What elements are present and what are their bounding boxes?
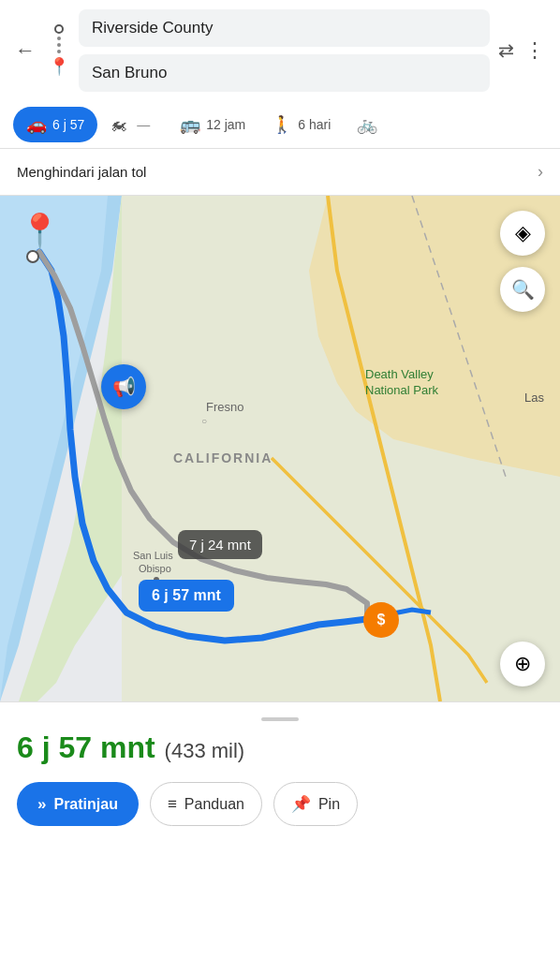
back-button[interactable]: ← [11,35,39,66]
panduan-label: Panduan [184,796,244,813]
origin-marker [26,250,39,263]
svg-text:CALIFORNIA: CALIFORNIA [173,450,273,465]
drag-handle[interactable] [261,717,299,721]
svg-text:Obispo: Obispo [139,563,171,574]
tab-walk[interactable]: 🚶 6 hari [258,107,344,142]
transit-duration: 12 jam [206,117,245,132]
duration-distance: (433 mil) [165,739,245,763]
more-options-button[interactable]: ⋮ [521,35,549,66]
tab-bike[interactable]: 🚲 [344,107,391,142]
pin-button[interactable]: 📌 Pin [273,782,358,826]
svg-text:Las: Las [524,391,544,405]
map-container: Fresno ○ CALIFORNIA Death Valley Nationa… [0,196,560,701]
pratinjau-button[interactable]: » Pratinjau [17,782,139,826]
panduan-icon: ≡ [168,795,177,814]
route-connector: 📍 [47,24,71,77]
dot2 [57,43,61,47]
motorcycle-icon: 🏍 [111,115,127,135]
destination-pin: 📍 [19,214,61,248]
navigate-speak-button[interactable]: 📢 [101,364,146,409]
dot1 [57,37,61,40]
dest-pin-icon: 📍 [49,56,69,77]
locate-icon: ⊕ [514,652,531,676]
transport-tabs: 🚗 6 j 57 🏍 — 🚌 12 jam 🚶 6 hari 🚲 [0,101,560,149]
transit-icon: 🚌 [180,114,200,135]
duration-main: 6 j 57 mnt [17,730,155,765]
swap-button[interactable]: ⇅ [494,43,517,59]
route-inputs: Riverside County San Bruno [79,9,490,92]
walk-duration: 6 hari [298,117,331,132]
svg-text:San Luis: San Luis [133,550,173,561]
route-primary-label: 6 j 57 mnt [139,580,234,612]
header: ← 📍 Riverside County San Bruno ⇅ ⋮ [0,0,560,101]
origin-input[interactable]: Riverside County [79,9,490,47]
dest-input[interactable]: San Bruno [79,54,490,92]
avoid-tolls-row[interactable]: Menghindari jalan tol › [0,149,560,196]
tab-car[interactable]: 🚗 6 j 57 [13,107,97,142]
bike-icon: 🚲 [357,114,377,135]
route-secondary-label: 7 j 24 mnt [178,530,262,559]
motorcycle-duration: — [133,117,154,132]
action-buttons: » Pratinjau ≡ Panduan 📌 Pin [17,782,543,826]
tab-transit[interactable]: 🚌 12 jam [167,107,258,142]
pin-icon: 📌 [291,794,311,814]
avoid-tolls-label: Menghindari jalan tol [17,164,146,180]
svg-text:○: ○ [201,416,207,426]
pin-label: Pin [318,796,340,813]
dot3 [57,50,61,53]
origin-row: Riverside County [79,9,490,47]
speaker-icon: 📢 [112,376,136,398]
svg-text:Fresno: Fresno [206,400,243,414]
duration-row: 6 j 57 mnt (433 mil) [17,730,543,765]
origin-dot [54,24,64,34]
chevron-right-icon: › [538,162,543,182]
tab-motorcycle[interactable]: 🏍 — [97,108,167,142]
map-svg: Fresno ○ CALIFORNIA Death Valley Nationa… [0,196,560,701]
layers-button[interactable]: ◈ [500,211,545,256]
walk-icon: 🚶 [272,114,292,135]
pratinjau-label: Pratinjau [53,796,117,813]
pratinjau-icon: » [37,795,46,814]
svg-text:Death Valley: Death Valley [365,367,434,381]
connector-dots [57,37,61,53]
car-icon: 🚗 [26,114,47,135]
locate-button[interactable]: ⊕ [500,642,545,686]
panduan-button[interactable]: ≡ Panduan [150,782,262,826]
toll-icon: $ [363,602,399,638]
layers-icon: ◈ [515,221,531,245]
dest-row: San Bruno [79,54,490,92]
bottom-panel: 6 j 57 mnt (433 mil) » Pratinjau ≡ Pandu… [0,701,560,845]
car-duration: 6 j 57 [52,117,84,132]
svg-text:National Park: National Park [365,383,439,397]
search-icon: 🔍 [511,278,535,301]
map-search-button[interactable]: 🔍 [500,267,545,312]
